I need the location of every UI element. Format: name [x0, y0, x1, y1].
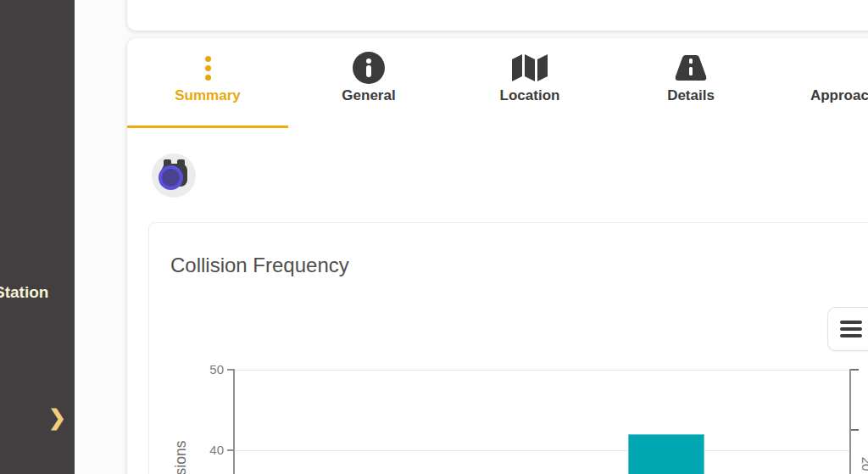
tab-approaches[interactable]: Approaches: [771, 38, 868, 128]
app-window: Station ❯ Summary General: [0, 0, 868, 474]
hamburger-icon: [840, 321, 862, 324]
left-axis-tick: [227, 369, 234, 371]
left-axis-tick-label-50: 50: [192, 362, 224, 376]
left-axis-tick-label-40: 40: [192, 443, 224, 457]
tab-summary-label: Summary: [175, 87, 240, 104]
y-axis-title: Collisions: [172, 441, 190, 474]
right-y-axis: [849, 369, 851, 474]
list-icon: [205, 56, 211, 81]
right-axis-tick: [851, 369, 859, 371]
left-axis-tick: [227, 449, 234, 451]
chart-title: Collision Frequency: [170, 254, 349, 277]
right-axis-label-fragment: 20: [860, 457, 868, 471]
sidebar-item-station[interactable]: Station: [0, 283, 48, 302]
info-circle-icon: [353, 52, 385, 84]
tab-general-label: General: [342, 87, 395, 104]
gridline-50: [234, 370, 850, 371]
left-y-axis: [233, 369, 235, 474]
road-icon: [674, 53, 708, 82]
tab-approaches-label-partial: Details: [667, 87, 715, 104]
tab-location[interactable]: Location: [449, 38, 610, 128]
sidebar-expand-chevron-icon[interactable]: ❯: [48, 404, 66, 430]
tab-bar: Summary General Location: [127, 38, 868, 128]
tab-general[interactable]: General: [288, 38, 449, 128]
active-tab-indicator: [127, 125, 288, 128]
tab-details[interactable]: Details: [610, 38, 771, 128]
collision-bar[interactable]: [628, 434, 704, 474]
right-axis-tick: [851, 429, 859, 431]
collision-frequency-card: Collision Frequency 50 40 Collisions 20: [148, 222, 868, 474]
alarm-clock-icon: [157, 158, 191, 193]
chart-menu-button[interactable]: [827, 307, 868, 351]
upper-card: [127, 0, 868, 31]
tab-summary[interactable]: Summary: [127, 38, 288, 128]
map-icon: [512, 53, 548, 82]
tab-location-label: Location: [500, 87, 560, 104]
gridline-40: [234, 450, 850, 451]
avatar[interactable]: [152, 153, 196, 198]
sidebar: Station ❯: [0, 0, 75, 474]
